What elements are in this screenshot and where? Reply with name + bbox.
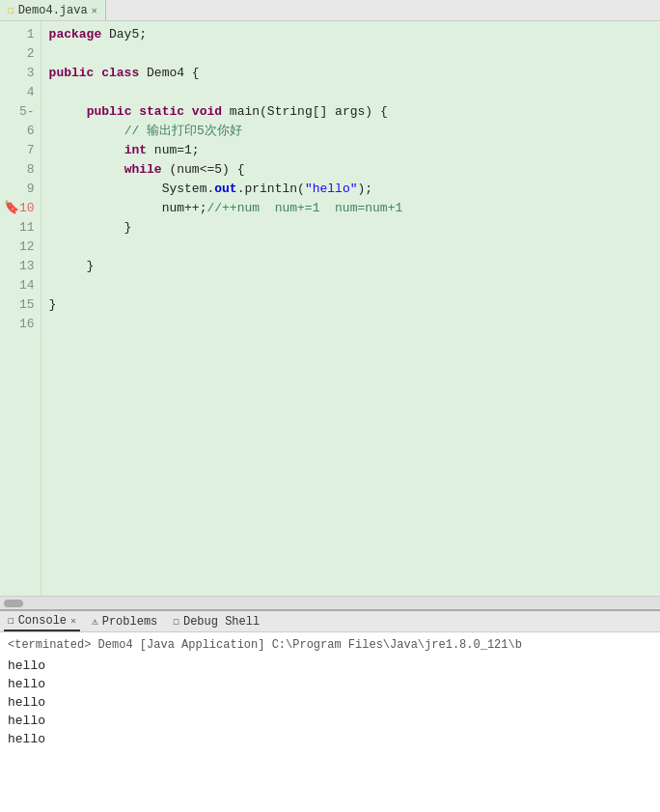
console-tab-console[interactable]: ☐ Console ✕	[4, 611, 80, 631]
line-num-14: 14	[4, 276, 35, 295]
problems-tab-label: Problems	[102, 615, 158, 629]
problems-icon: ⚠	[92, 615, 98, 628]
editor-area: 1 2 3 4 5- 6 7 8 9 🔖10 11 12 13 14 15 16…	[0, 21, 660, 596]
line-num-6: 6	[4, 122, 35, 141]
console-tab-close[interactable]: ✕	[70, 615, 76, 627]
file-icon: ☐	[8, 4, 14, 16]
console-tab-debug-shell[interactable]: ☐ Debug Shell	[169, 611, 263, 631]
editor-tab-bar: ☐ Demo4.java ✕	[0, 0, 660, 21]
line-num-3: 3	[4, 64, 35, 83]
line-num-7: 7	[4, 141, 35, 160]
tab-label: Demo4.java	[18, 4, 88, 17]
line-num-12: 12	[4, 238, 35, 257]
line-num-1: 1	[4, 25, 35, 44]
horizontal-scrollbar[interactable]	[0, 596, 660, 609]
line-num-5: 5-	[4, 102, 35, 122]
line-num-2: 2	[4, 44, 35, 64]
console-tab-problems[interactable]: ⚠ Problems	[88, 611, 161, 631]
code-area[interactable]: package Day5; public class Demo4 { publi…	[41, 21, 660, 596]
console-icon: ☐	[8, 614, 14, 627]
line-num-8: 8	[4, 160, 35, 180]
console-output-line-1: hello	[8, 657, 652, 675]
editor-tab-demo4[interactable]: ☐ Demo4.java ✕	[0, 0, 106, 20]
console-panel: ☐ Console ✕ ⚠ Problems ☐ Debug Shell <te…	[0, 609, 660, 812]
line-num-4: 4	[4, 83, 35, 102]
line-numbers: 1 2 3 4 5- 6 7 8 9 🔖10 11 12 13 14 15 16	[0, 21, 41, 596]
line-num-15: 15	[4, 295, 35, 315]
line-num-11: 11	[4, 218, 35, 238]
debug-shell-tab-label: Debug Shell	[183, 615, 260, 629]
console-output-line-3: hello	[8, 693, 652, 712]
console-tab-bar: ☐ Console ✕ ⚠ Problems ☐ Debug Shell	[0, 611, 660, 632]
console-terminated-line: <terminated> Demo4 [Java Application] C:…	[8, 636, 652, 655]
line-num-13: 13	[4, 257, 35, 276]
debug-shell-icon: ☐	[173, 615, 179, 628]
console-output-line-4: hello	[8, 712, 652, 730]
console-output-line-2: hello	[8, 675, 652, 693]
console-body: <terminated> Demo4 [Java Application] C:…	[0, 632, 660, 812]
console-output-line-5: hello	[8, 730, 652, 748]
line-num-16: 16	[4, 315, 35, 334]
tab-close-button[interactable]: ✕	[92, 5, 97, 16]
line-num-10: 🔖10	[4, 199, 35, 218]
line-num-9: 9	[4, 180, 35, 199]
console-tab-label: Console	[18, 614, 67, 628]
scrollbar-thumb[interactable]	[4, 600, 23, 607]
